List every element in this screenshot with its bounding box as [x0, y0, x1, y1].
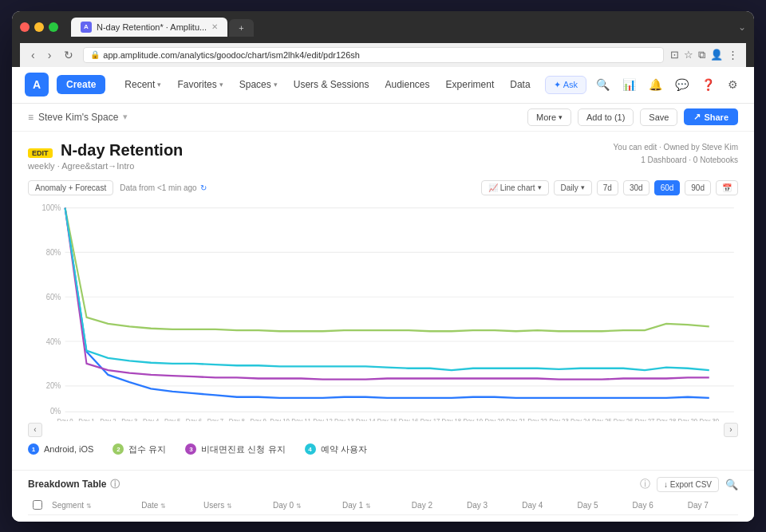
save-button[interactable]: Save [640, 108, 677, 126]
day6-col-header[interactable]: Day 6 [628, 497, 683, 515]
minimize-dot[interactable] [34, 22, 44, 32]
share-button[interactable]: ↗ Share [684, 108, 738, 125]
date-60d-button[interactable]: 60d [654, 180, 681, 195]
nav-item-recent[interactable]: Recent ▾ [118, 75, 168, 94]
more-button[interactable]: More ▾ [527, 108, 571, 126]
chart-subtitle: weekly · Agree&start→Intro [28, 161, 183, 171]
add-to-dashboard-button[interactable]: Add to (1) [578, 108, 634, 126]
svg-text:Day 10: Day 10 [270, 418, 290, 421]
owner-line2: 1 Dashboard · 0 Notebooks [614, 154, 738, 167]
anomaly-forecast-button[interactable]: Anomaly + Forecast [28, 180, 113, 195]
svg-text:Day 14: Day 14 [356, 418, 376, 421]
nav-item-data[interactable]: Data [503, 75, 536, 94]
legend-label-android: Android, iOS [44, 444, 93, 454]
new-tab-button[interactable]: + [229, 19, 253, 37]
chart-icon[interactable]: 📊 [619, 75, 639, 94]
legend-label-jeopsu: 접수 유지 [128, 443, 166, 455]
bell-icon[interactable]: 🔔 [646, 75, 665, 94]
scroll-right-button[interactable]: › [724, 423, 738, 437]
date-7d-button[interactable]: 7d [597, 180, 618, 195]
nav-right: ✦ Ask 🔍 📊 🔔 💬 ❓ ⚙ [545, 75, 741, 94]
address-bar[interactable]: 🔒 app.amplitude.com/analytics/goodoc/cha… [83, 47, 664, 63]
day7-col-header[interactable]: Day 7 [683, 497, 738, 515]
back-button[interactable]: ‹ [28, 47, 38, 63]
users-col-header[interactable]: Users ⇅ [199, 497, 268, 515]
table-search-icon[interactable]: 🔍 [725, 479, 738, 491]
svg-text:Day 29: Day 29 [678, 418, 698, 421]
close-dot[interactable] [20, 22, 30, 32]
expand-icon[interactable]: ⌄ [738, 22, 746, 33]
nav-item-favorites[interactable]: Favorites ▾ [171, 75, 229, 94]
chevron-down-icon: ▾ [274, 81, 278, 89]
bookmark-icon[interactable]: ☆ [684, 49, 693, 61]
date-90d-button[interactable]: 90d [685, 180, 711, 195]
legend-label-yeyak: 예약 사용자 [321, 443, 367, 455]
nav-item-spaces[interactable]: Spaces ▾ [233, 75, 284, 94]
nav-item-experiment[interactable]: Experiment [440, 75, 501, 94]
comment-icon[interactable]: 💬 [672, 75, 692, 94]
create-button[interactable]: Create [57, 75, 105, 94]
export-csv-button[interactable]: ↓ Export CSV [657, 477, 719, 492]
select-all-checkbox[interactable] [33, 500, 42, 510]
svg-text:Day 3: Day 3 [121, 418, 138, 421]
settings-icon[interactable]: ⚙ [725, 75, 741, 94]
search-icon[interactable]: 🔍 [593, 75, 613, 94]
svg-text:Day 16: Day 16 [399, 418, 419, 421]
jeopsu-line [65, 207, 709, 331]
cast-icon[interactable]: ⊡ [670, 49, 679, 61]
chart-type-button[interactable]: 📈 Line chart ▾ [481, 180, 549, 195]
day4-col-header[interactable]: Day 4 [517, 497, 572, 515]
day2-col-header[interactable]: Day 2 [407, 497, 462, 515]
breakdown-info2-icon[interactable]: ⓘ [640, 477, 650, 491]
profile-icon[interactable]: 👤 [710, 49, 723, 61]
sidebar-toggle-icon[interactable]: ≡ [28, 112, 34, 123]
svg-text:Day 7: Day 7 [207, 418, 224, 421]
date-30d-button[interactable]: 30d [623, 180, 650, 195]
segment-col-header[interactable]: Segment ⇅ [47, 497, 136, 515]
nav-item-audiences[interactable]: Audiences [378, 75, 436, 94]
legend-label-bideo: 비대면진료 신청 유지 [201, 443, 285, 455]
refresh-button[interactable]: ↻ [61, 47, 77, 63]
day0-col-header[interactable]: Day 0 ⇅ [268, 497, 338, 515]
svg-text:Day 9: Day 9 [251, 418, 267, 421]
svg-text:Day 28: Day 28 [657, 418, 677, 421]
yeyak-line [65, 207, 709, 369]
scroll-left-button[interactable]: ‹ [28, 423, 42, 437]
calendar-button[interactable]: 📅 [716, 180, 738, 195]
help-icon[interactable]: ❓ [698, 75, 718, 94]
svg-text:Day 12: Day 12 [313, 418, 333, 421]
day1-col-header[interactable]: Day 1 ⇅ [338, 497, 407, 515]
svg-text:0%: 0% [50, 406, 61, 416]
toolbar-left: Anomaly + Forecast Data from <1 min ago … [28, 180, 207, 195]
svg-text:Day 30: Day 30 [699, 418, 719, 421]
browser-chrome: A N-day Retention* · Amplitu... ✕ + ⌄ ‹ … [12, 11, 754, 67]
svg-text:80%: 80% [46, 247, 61, 257]
maximize-dot[interactable] [49, 22, 58, 32]
date-col-header[interactable]: Date ⇅ [136, 497, 199, 515]
chart-header: EDIT N-day Retention weekly · Agree&star… [28, 141, 738, 171]
breakdown-title: Breakdown Table ⓘ [28, 478, 120, 491]
breadcrumb-chevron-icon: ▾ [123, 112, 128, 122]
breadcrumb-bar: ≡ Steve Kim's Space ▾ More ▾ Add to (1) … [12, 104, 754, 132]
ask-button[interactable]: ✦ Ask [545, 76, 586, 94]
active-tab[interactable]: A N-day Retention* · Amplitu... ✕ [71, 18, 227, 37]
refresh-icon[interactable]: ↻ [200, 183, 207, 192]
day5-col-header[interactable]: Day 5 [572, 497, 627, 515]
breakdown-info-icon[interactable]: ⓘ [110, 478, 120, 491]
breadcrumb-space[interactable]: Steve Kim's Space [38, 112, 118, 123]
tab-close-icon[interactable]: ✕ [211, 22, 218, 31]
chevron-down-icon: ▾ [219, 81, 223, 89]
tab-title: N-day Retention* · Amplitu... [97, 22, 207, 32]
granularity-button[interactable]: Daily ▾ [554, 180, 592, 195]
extensions-icon[interactable]: ⧉ [698, 49, 705, 61]
svg-text:20%: 20% [46, 380, 61, 390]
svg-text:Day 17: Day 17 [421, 418, 440, 421]
day3-col-header[interactable]: Day 3 [462, 497, 517, 515]
nav-item-users-sessions[interactable]: Users & Sessions [287, 75, 376, 94]
forward-button[interactable]: › [45, 47, 55, 63]
legend-item-android: 1 Android, iOS [28, 443, 93, 455]
android-ios-line [65, 207, 709, 397]
menu-icon[interactable]: ⋮ [728, 49, 738, 61]
breadcrumb-left: ≡ Steve Kim's Space ▾ [28, 112, 128, 123]
svg-text:Day 2: Day 2 [100, 418, 116, 421]
